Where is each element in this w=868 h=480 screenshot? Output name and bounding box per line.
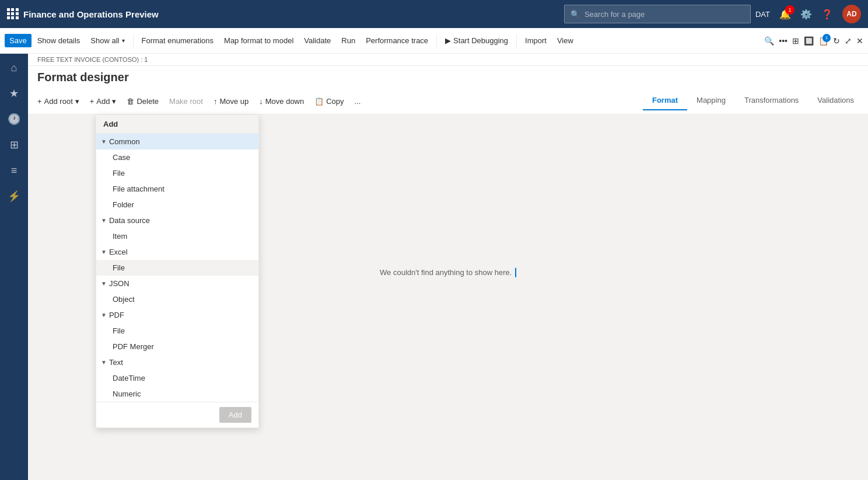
group-common-label: Common	[109, 137, 140, 146]
app-grid-icon[interactable]	[7, 8, 19, 20]
delete-icon: 🗑	[127, 97, 134, 106]
save-button[interactable]: Save	[5, 34, 32, 47]
group-json-label: JSON	[109, 279, 130, 288]
group-excel[interactable]: ▼ Excel	[96, 244, 258, 260]
tab-format[interactable]: Format	[643, 92, 687, 110]
cmd-separator-2	[436, 34, 437, 48]
format-enumerations-button[interactable]: Format enumerations	[137, 34, 219, 47]
expand-icon[interactable]: ⤢	[845, 36, 852, 46]
move-up-button[interactable]: ↑ Move up	[209, 95, 253, 108]
dropdown-header: Add	[96, 115, 258, 134]
dropdown-add-button[interactable]: Add	[219, 407, 251, 423]
settings-icon[interactable]: ⚙️	[800, 9, 812, 20]
nav-recent-icon[interactable]: 🕐	[2, 107, 26, 131]
move-down-icon: ↓	[259, 97, 263, 106]
avatar[interactable]: AD	[842, 5, 861, 23]
page-header: Format designer	[28, 66, 868, 89]
group-text-caret: ▼	[101, 359, 107, 366]
show-details-button[interactable]: Show details	[33, 34, 85, 47]
item-datasource-item[interactable]: Item	[96, 228, 258, 244]
run-button[interactable]: Run	[337, 34, 360, 47]
group-json-caret: ▼	[101, 280, 107, 287]
search-placeholder: Search for a page	[584, 10, 645, 19]
global-search[interactable]: 🔍 Search for a page	[564, 5, 751, 23]
item-pdf-file[interactable]: File	[96, 323, 258, 339]
dropdown-list: ▼ Common Case File File attachment Folde…	[96, 134, 258, 402]
close-icon[interactable]: ✕	[856, 36, 863, 46]
nav-list-icon[interactable]: ≡	[2, 159, 26, 182]
start-debugging-button[interactable]: ▶ Start Debugging	[440, 34, 513, 47]
nav-favorites-icon[interactable]: ★	[2, 82, 26, 105]
group-text-label: Text	[109, 358, 123, 367]
group-data-source-label: Data source	[109, 216, 150, 225]
search-icon: 🔍	[570, 10, 580, 19]
search-toolbar-icon[interactable]: 🔍	[764, 36, 774, 46]
show-all-button[interactable]: Show all ▾	[86, 34, 129, 47]
item-text-numeric[interactable]: Numeric	[96, 386, 258, 402]
cursor-indicator	[515, 268, 516, 277]
group-excel-label: Excel	[109, 248, 128, 256]
delete-button[interactable]: 🗑 Delete	[122, 95, 163, 108]
group-data-source-caret: ▼	[101, 217, 107, 224]
add-root-icon: +	[37, 97, 42, 106]
cmd-separator-1	[133, 34, 134, 48]
dropdown-footer: Add	[96, 402, 258, 427]
notification-badge: 1	[785, 5, 794, 15]
top-nav-icons: DAT 🔔 1 ⚙️ ❓ AD	[755, 5, 861, 23]
nav-home-icon[interactable]: ⌂	[2, 56, 26, 79]
move-down-button[interactable]: ↓ Move down	[254, 95, 309, 108]
tab-transformations[interactable]: Transformations	[735, 92, 808, 110]
item-common-file[interactable]: File	[96, 165, 258, 181]
page-title: Format designer	[37, 71, 859, 89]
left-navigation: ⌂ ★ 🕐 ⊞ ≡ ⚡	[0, 54, 28, 480]
view-button[interactable]: View	[552, 34, 578, 47]
group-common[interactable]: ▼ Common	[96, 134, 258, 149]
make-root-button: Make root	[164, 95, 208, 108]
tab-validations[interactable]: Validations	[808, 92, 863, 110]
format-toolbar: + Add root ▾ + Add ▾ 🗑 Delete Make root …	[28, 89, 868, 114]
group-text[interactable]: ▼ Text	[96, 354, 258, 370]
item-pdf-merger[interactable]: PDF Merger	[96, 339, 258, 354]
item-common-file-attachment[interactable]: File attachment	[96, 181, 258, 197]
grid-view-icon[interactable]: ⊞	[792, 36, 799, 46]
tab-bar: Format Mapping Transformations Validatio…	[643, 92, 863, 110]
group-common-caret: ▼	[101, 138, 107, 145]
filter-icon[interactable]: 🔲	[804, 36, 814, 46]
map-format-button[interactable]: Map format to model	[219, 34, 298, 47]
empty-state-message: We couldn't find anything to show here.	[380, 268, 516, 278]
performance-button[interactable]: Performance trace	[361, 34, 433, 47]
refresh-icon[interactable]: ↻	[833, 36, 840, 46]
group-pdf-caret: ▼	[101, 312, 107, 318]
group-pdf[interactable]: ▼ PDF	[96, 307, 258, 323]
main-content-area: FREE TEXT INVOICE (CONTOSO) : 1 Format d…	[28, 54, 868, 480]
copy-button[interactable]: 📋 Copy	[310, 95, 348, 108]
tab-mapping[interactable]: Mapping	[687, 92, 735, 110]
copy-icon: 📋	[314, 97, 324, 106]
breadcrumb: FREE TEXT INVOICE (CONTOSO) : 1	[28, 54, 868, 66]
add-chevron: ▾	[112, 97, 116, 106]
validate-button[interactable]: Validate	[299, 34, 335, 47]
env-label: DAT	[755, 10, 770, 19]
item-excel-file[interactable]: File	[96, 260, 258, 276]
cmd-separator-3	[516, 34, 517, 48]
group-data-source[interactable]: ▼ Data source	[96, 213, 258, 228]
item-json-object[interactable]: Object	[96, 291, 258, 307]
show-all-chevron: ▾	[122, 37, 125, 44]
item-common-folder[interactable]: Folder	[96, 197, 258, 213]
add-button[interactable]: + Add ▾	[85, 95, 121, 108]
more-options-icon[interactable]: •••	[779, 36, 788, 46]
item-text-datetime[interactable]: DateTime	[96, 370, 258, 386]
item-common-case[interactable]: Case	[96, 149, 258, 165]
nav-filter-icon[interactable]: ⚡	[2, 185, 26, 208]
more-toolbar-button[interactable]: ...	[350, 95, 366, 108]
help-icon[interactable]: ❓	[821, 9, 833, 20]
group-json[interactable]: ▼ JSON	[96, 276, 258, 291]
add-root-button[interactable]: + Add root ▾	[33, 95, 84, 108]
group-excel-caret: ▼	[101, 249, 107, 255]
add-root-chevron: ▾	[75, 97, 79, 106]
move-up-icon: ↑	[214, 97, 218, 106]
nav-workspaces-icon[interactable]: ⊞	[2, 133, 26, 156]
import-button[interactable]: Import	[520, 34, 551, 47]
top-navigation: Finance and Operations Preview 🔍 Search …	[0, 0, 868, 28]
group-pdf-label: PDF	[109, 311, 124, 319]
